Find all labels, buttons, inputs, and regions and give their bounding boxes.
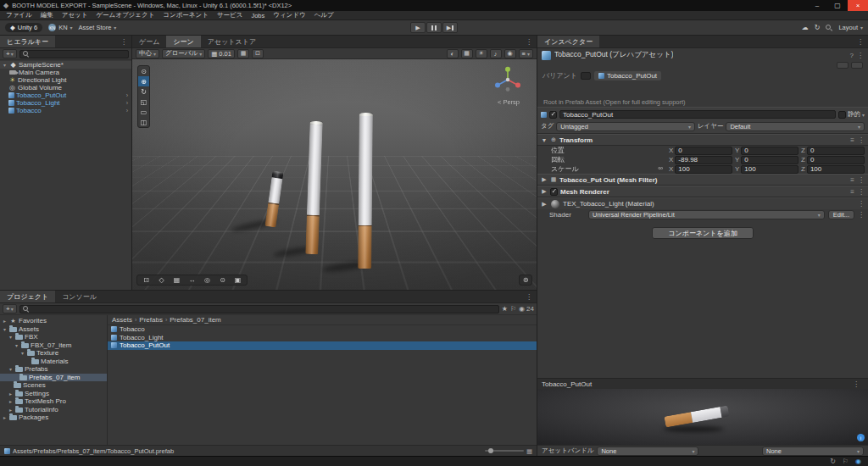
expander-icon[interactable]: ▾ — [14, 342, 19, 348]
tab-scene[interactable]: シーン — [166, 36, 200, 47]
orientation-gizmo[interactable] — [491, 64, 525, 98]
tab-hierarchy[interactable]: ヒエラルキー — [0, 36, 55, 47]
scene-visibility-icon[interactable]: ◉ — [504, 49, 516, 58]
breadcrumb-prefabs[interactable]: Prefabs — [139, 316, 163, 324]
hierarchy-search-input[interactable] — [19, 50, 129, 58]
foldout-icon[interactable]: ▶ — [541, 176, 548, 183]
tree-item-materials[interactable]: Materials — [0, 358, 107, 366]
assetbundle-variant-dropdown[interactable]: None ▾ — [762, 447, 864, 456]
icon-size-slider[interactable] — [485, 450, 524, 452]
chevron-down-icon[interactable]: ▾ — [862, 112, 865, 118]
hierarchy-item-global-volume[interactable]: ◎ Global Volume — [0, 84, 131, 92]
expander-icon[interactable]: ▾ — [2, 326, 8, 332]
minimize-button[interactable]: – — [807, 0, 827, 11]
assetbundle-dropdown[interactable]: None ▾ — [597, 447, 698, 456]
close-button[interactable]: × — [848, 0, 868, 11]
search-by-type-icon[interactable]: ★ — [502, 305, 508, 313]
hierarchy-menu-icon[interactable]: ⋮ — [116, 36, 131, 47]
view-tool-button[interactable]: ⊙ — [138, 66, 149, 76]
position-z-field[interactable]: 0 — [807, 147, 865, 155]
tree-item-assets[interactable]: ▾ Assets — [0, 325, 107, 334]
tree-item-fbx[interactable]: ▾ FBX — [0, 333, 107, 341]
shading-mode-icon[interactable]: ◐ — [447, 49, 459, 58]
rotation-y-field[interactable]: 0 — [741, 156, 798, 164]
material-foldout[interactable]: ▶ TEX_Tobacco_Light (Material) ⋮ — [537, 197, 868, 209]
cloud-status-icon[interactable]: ◉ — [855, 458, 861, 465]
preview-menu-icon[interactable]: ⋮ — [849, 380, 864, 388]
inspector-menu-icon[interactable]: ⋮ — [853, 36, 868, 47]
preview-info-badge[interactable]: i — [857, 434, 865, 441]
asset-labels-button[interactable] — [837, 62, 849, 69]
snap-toggle-icon[interactable]: ▦ — [237, 49, 249, 58]
hierarchy-item-tobacco-putout[interactable]: Tobacco_PutOut › — [0, 92, 131, 99]
static-checkbox[interactable] — [838, 111, 846, 119]
hidden-items-count[interactable]: ◉ 24 — [519, 305, 534, 313]
add-component-button[interactable]: コンポーネントを追加 — [652, 227, 754, 239]
maximize-button[interactable]: ▢ — [827, 0, 848, 11]
menu-edit[interactable]: 編集 — [36, 11, 58, 19]
menu-file[interactable]: ファイル — [2, 11, 36, 19]
overlay-tool-icon-7[interactable]: ▣ — [231, 275, 245, 285]
pivot-mode-dropdown[interactable]: 中心 ▾ — [136, 49, 159, 58]
position-y-field[interactable]: 0 — [741, 147, 798, 155]
uniform-scale-link-icon[interactable]: ∞ — [658, 164, 663, 172]
tree-item-prefabs-07-item[interactable]: Prefabs_07_item — [0, 374, 107, 382]
overlay-tool-icon-2[interactable]: ◇ — [154, 275, 169, 285]
rect-tool-button[interactable]: ▭ — [138, 107, 149, 117]
tab-game[interactable]: ゲーム — [132, 36, 166, 47]
expander-icon[interactable]: ▸ — [8, 391, 14, 397]
open-prefab-arrow-icon[interactable]: › — [126, 108, 130, 114]
prefab-root-chip[interactable]: Tobacco_PutOut — [594, 71, 661, 80]
kebab-icon[interactable]: ⋮ — [858, 136, 865, 144]
tree-item-favorites[interactable]: ▸ ★ Favorites — [0, 317, 107, 325]
expander-icon[interactable]: ▸ — [2, 318, 8, 324]
presets-icon[interactable]: ≡ — [850, 176, 854, 184]
rotation-z-field[interactable]: 0 — [807, 156, 865, 164]
kebab-icon[interactable]: ⋮ — [857, 52, 864, 59]
scene-viewport[interactable]: ⊙ ⊕ ↻ ◱ ▭ ◫ — [132, 59, 537, 290]
camera-overlay-toggle[interactable]: ⊚ — [519, 275, 532, 286]
scale-z-field[interactable]: 100 — [807, 165, 865, 174]
scale-x-field[interactable]: 100 — [675, 165, 732, 174]
expander-icon[interactable]: ▾ — [8, 366, 14, 372]
expander-icon[interactable]: ▾ — [8, 334, 14, 340]
breadcrumb-prefabs-07-item[interactable]: Prefabs_07_item — [170, 316, 220, 324]
transform-component-header[interactable]: ▼ ⊕ Transform ≡ ⋮ — [537, 134, 868, 146]
asset-bundle-button[interactable] — [851, 62, 863, 69]
mesh-renderer-enabled-checkbox[interactable] — [550, 188, 558, 196]
file-tobacco-light[interactable]: Tobacco_Light — [108, 334, 537, 342]
kebab-icon[interactable]: ⋮ — [858, 188, 865, 196]
overlay-tool-icon-6[interactable]: ⊙ — [215, 275, 230, 285]
presets-icon[interactable]: ≡ — [850, 136, 854, 144]
project-menu-icon[interactable]: ⋮ — [521, 291, 537, 302]
overlay-tool-icon-4[interactable]: ↔ — [185, 275, 199, 285]
tree-item-settings[interactable]: ▸ Settings — [0, 390, 107, 398]
hierarchy-item-tobacco[interactable]: Tobacco › — [0, 107, 131, 114]
hierarchy-add-button[interactable]: + ▾ — [3, 49, 17, 58]
asset-store-button[interactable]: Asset Store ▾ — [79, 24, 117, 31]
transform-tool-button[interactable]: ◫ — [138, 117, 149, 127]
foldout-icon[interactable]: ▼ — [541, 137, 548, 143]
hierarchy-item-main-camera[interactable]: Main Camera — [0, 69, 131, 76]
presets-icon[interactable]: ≡ — [850, 188, 854, 196]
rotation-x-field[interactable]: -89.98 — [675, 156, 732, 164]
expander-icon[interactable]: ▸ — [8, 407, 14, 413]
menu-assets[interactable]: アセット — [58, 11, 92, 19]
position-x-field[interactable]: 0 — [675, 147, 732, 155]
scene-menu-icon[interactable]: ⋮ — [521, 36, 537, 47]
preview-header[interactable]: Tobacco_PutOut ⋮ — [537, 378, 868, 389]
gameobject-name-field[interactable]: Tobacco_PutOut — [559, 110, 836, 119]
tab-asset-store[interactable]: アセットストア — [201, 36, 263, 47]
kebab-icon[interactable]: ⋮ — [858, 200, 865, 208]
hierarchy-item-tobacco-light[interactable]: Tobacco_Light › — [0, 99, 131, 107]
expander-icon[interactable]: ▾ — [2, 62, 8, 68]
tree-item-texture[interactable]: ▾ Texture — [0, 349, 107, 358]
expander-icon[interactable]: ▸ — [8, 398, 14, 404]
shader-dropdown[interactable]: Universal Render Pipeline/Lit ▾ — [588, 210, 825, 219]
asset-preview[interactable]: i — [537, 389, 868, 445]
open-prefab-arrow-icon[interactable]: › — [126, 92, 130, 98]
projection-label[interactable]: < Persp — [498, 98, 520, 106]
overlay-tool-icon-1[interactable]: ⊡ — [139, 275, 153, 285]
foldout-icon[interactable]: ▶ — [541, 188, 548, 195]
kebab-icon[interactable]: ⋮ — [858, 176, 865, 184]
